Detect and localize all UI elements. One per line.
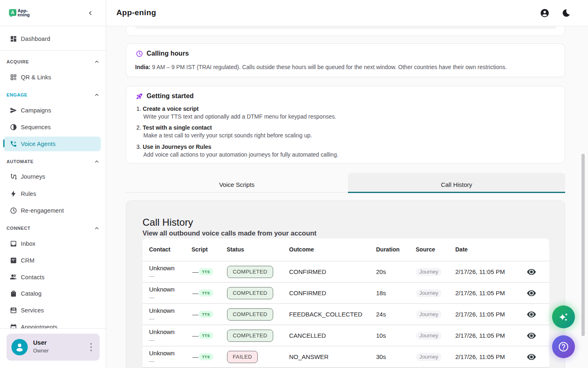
svg-text:A: A — [11, 10, 15, 16]
